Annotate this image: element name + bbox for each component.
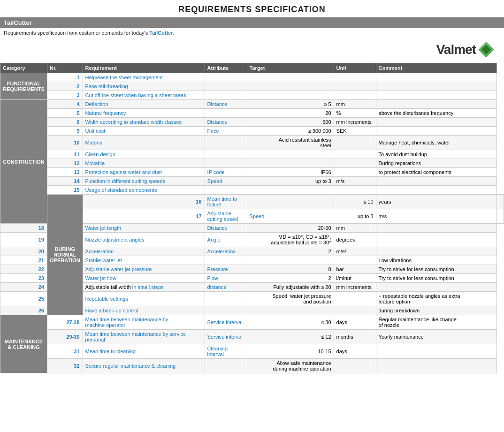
comment-cell: during breakdown: [376, 306, 496, 315]
requirement-cell: Stabile water jet: [83, 256, 205, 265]
nr-cell: 14: [47, 177, 83, 186]
requirement-cell: Protection against water and dust: [83, 168, 205, 177]
table-row: FUNCTIONAL REQUIREMENTS1Help/ease the sh…: [0, 73, 504, 82]
requirement-cell: Water jet flow: [83, 274, 205, 283]
nr-cell: 2: [47, 82, 83, 91]
comment-cell: [376, 247, 496, 256]
target-cell: [247, 82, 334, 91]
unit-cell: m/s²: [334, 247, 376, 256]
target-cell: 10-15: [247, 344, 334, 359]
attribute-cell: Distance: [205, 118, 247, 127]
attribute-cell: Cleaning interval: [205, 344, 247, 359]
requirement-cell: Water jet length: [83, 224, 205, 233]
valmet-diamond-icon: [478, 41, 495, 58]
target-cell: [247, 73, 334, 82]
comment-cell: [376, 118, 496, 127]
target-cell: Acid resistant stainless steel: [247, 136, 334, 150]
comment-cell: [376, 344, 496, 359]
comment-cell: to protect electrical components: [376, 168, 496, 177]
attribute-cell: Service interval: [205, 330, 247, 344]
attribute-cell: [205, 359, 247, 373]
comment-cell: Yearly maintenance: [376, 330, 496, 344]
unit-cell: mm increments: [334, 118, 376, 127]
requirement-cell: Adjustable cutting speed: [205, 209, 247, 224]
comment-cell: [376, 233, 496, 247]
target-cell: MD = ≤10°, CD = ≤18°, adjustable ball jo…: [247, 233, 334, 247]
comment-cell: [376, 91, 496, 100]
unit-cell: [334, 306, 376, 315]
table-row: DURING NORMAL OPERATION16Mean time to fa…: [0, 195, 504, 209]
unit-cell: [334, 168, 376, 177]
requirement-cell: Material: [83, 136, 205, 150]
table-row: 11Clean designTo avoid dust buildup: [0, 150, 504, 159]
attribute-cell: Speed: [247, 209, 334, 224]
nr-cell: 22: [0, 265, 47, 274]
comment-cell: During reparations: [376, 159, 496, 168]
unit-cell: %: [334, 109, 376, 118]
requirement-cell: Ease tail threading: [83, 82, 205, 91]
table-row: 31Mean time to cleaningCleaning interval…: [0, 344, 504, 359]
nr-cell: 3: [47, 91, 83, 100]
nr-cell: 18: [0, 224, 47, 233]
target-cell: IP66: [247, 168, 334, 177]
header-comment: Comment: [376, 63, 496, 73]
nr-cell: 20: [0, 247, 47, 256]
nr-cell: 17: [83, 209, 205, 224]
nr-cell: 32: [47, 359, 83, 373]
unit-cell: [334, 159, 376, 168]
target-cell: 500: [247, 118, 334, 127]
attribute-cell: [205, 109, 247, 118]
comment-cell: [376, 359, 496, 373]
requirement-cell: Cut off the sheet when having a sheet br…: [83, 91, 205, 100]
table-row: 29-30Mean time between maintenance by se…: [0, 330, 504, 344]
comment-cell: Regular maintentance like change of nozz…: [376, 315, 496, 330]
brand-name: TailCutter: [149, 30, 173, 36]
attribute-cell: Service interval: [205, 315, 247, 330]
unit-cell: years: [376, 195, 496, 209]
comment-cell: [376, 127, 496, 136]
attribute-cell: [205, 159, 247, 168]
header-target: Target: [247, 63, 334, 73]
category-cell: DURING NORMAL OPERATION: [47, 195, 83, 315]
nr-cell: 21: [0, 256, 47, 265]
nr-cell: 31: [47, 344, 83, 359]
table-row: 3Cut off the sheet when having a sheet b…: [0, 91, 504, 100]
target-cell: [247, 159, 334, 168]
attribute-cell: Distance: [205, 224, 247, 233]
requirement-cell: Help/ease the sheet management: [83, 73, 205, 82]
unit-cell: degrees: [334, 233, 376, 247]
header-attribute: Attribute: [205, 63, 247, 73]
requirement-cell: Mean time to failure: [205, 195, 247, 209]
attribute-cell: Acceleration: [205, 247, 247, 256]
requirement-cell: Repetable settings: [83, 292, 205, 306]
target-cell: 8: [247, 265, 334, 274]
table-row: 2Ease tail threading: [0, 82, 504, 91]
comment-cell: [376, 73, 496, 82]
nr-cell: 24: [0, 283, 47, 292]
attribute-cell: [205, 150, 247, 159]
requirement-cell: Natural frequency: [83, 109, 205, 118]
requirement-cell: Deflection: [83, 100, 205, 109]
attribute-cell: Angle: [205, 233, 247, 247]
comment-cell: [376, 100, 496, 109]
requirements-table: Category Nr. Requirement Attribute Targe…: [0, 63, 504, 373]
nr-cell: 4: [47, 100, 83, 109]
unit-cell: SEK: [334, 127, 376, 136]
target-cell: Fully adjustable with ≥ 20: [247, 283, 334, 292]
requirement-cell: Width according to standard width classe…: [83, 118, 205, 127]
attribute-cell: Price: [205, 127, 247, 136]
attribute-cell: [205, 256, 247, 265]
table-row: 32Secure regular maintenance & cleaningA…: [0, 359, 504, 373]
nr-cell: 27-28: [47, 315, 83, 330]
header-category: Category: [0, 63, 47, 73]
target-cell: Allow safe maintenance during machine op…: [247, 359, 334, 373]
unit-cell: mm: [334, 100, 376, 109]
category-cell: FUNCTIONAL REQUIREMENTS: [0, 73, 47, 100]
unit-cell: days: [334, 344, 376, 359]
table-header-row: Category Nr. Requirement Attribute Targe…: [0, 63, 504, 73]
unit-cell: [334, 82, 376, 91]
table-row: 14Function in different cutting speedsSp…: [0, 177, 504, 186]
target-cell: up to 3: [247, 177, 334, 186]
target-cell: [247, 256, 334, 265]
target-cell: ≥ 300 000: [247, 127, 334, 136]
